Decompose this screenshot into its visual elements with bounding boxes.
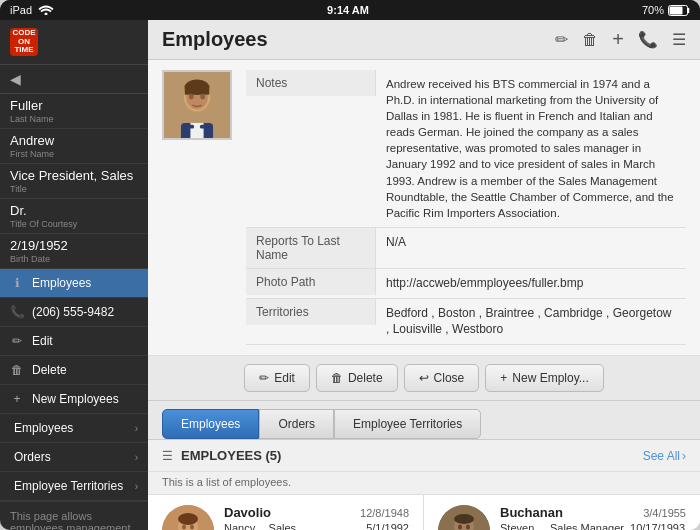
sidebar-nav-orders[interactable]: Orders › bbox=[0, 443, 148, 472]
nav-employees-label: Employees bbox=[14, 421, 73, 435]
new-btn-label: New Employ... bbox=[512, 371, 588, 385]
app-container: CODEONTIME ◀ Fuller Last Name Andrew Fir… bbox=[0, 20, 700, 530]
header-phone-icon[interactable]: 📞 bbox=[638, 30, 658, 49]
sidebar-item-edit[interactable]: ✏ Edit bbox=[0, 327, 148, 356]
header-edit-icon[interactable]: ✏ bbox=[555, 30, 568, 49]
header-menu-icon[interactable]: ☰ bbox=[672, 30, 686, 49]
employees-subtitle: This is a list of employees. bbox=[148, 472, 700, 495]
action-bar: ✏ Edit 🗑 Delete ↩ Close + New Employ... bbox=[148, 356, 700, 401]
davolio-photo bbox=[162, 505, 214, 530]
territories-value: Bedford , Boston , Braintree , Cambridge… bbox=[376, 299, 686, 345]
sidebar-title: Vice President, Sales Title bbox=[0, 164, 148, 199]
delete-button[interactable]: 🗑 Delete bbox=[316, 364, 398, 392]
page-title: Employees bbox=[162, 28, 268, 51]
sidebar-new-label: New Employees bbox=[32, 392, 119, 406]
firstname-label: First Name bbox=[10, 149, 138, 159]
lastname-value: Fuller bbox=[10, 98, 138, 113]
new-plus-icon: + bbox=[500, 371, 507, 385]
svg-point-0 bbox=[45, 13, 48, 16]
davolio-birthdate: 12/8/1948 bbox=[360, 507, 409, 519]
status-bar: iPad 9:14 AM 70% bbox=[0, 0, 700, 20]
tab-employees[interactable]: Employees bbox=[162, 409, 259, 439]
sidebar-firstname: Andrew First Name bbox=[0, 129, 148, 164]
new-employee-button[interactable]: + New Employ... bbox=[485, 364, 603, 392]
close-button[interactable]: ↩ Close bbox=[404, 364, 480, 392]
lastname-label: Last Name bbox=[10, 114, 138, 124]
logo-icon: CODEONTIME bbox=[10, 28, 38, 56]
sidebar-nav-employees[interactable]: Employees › bbox=[0, 414, 148, 443]
sidebar-birthdate: 2/19/1952 Birth Date bbox=[0, 234, 148, 269]
notes-value: Andrew received his BTS commercial in 19… bbox=[376, 70, 686, 227]
buchanan-title: Sales Manager bbox=[550, 522, 624, 530]
employee-card-buchanan[interactable]: Buchanan 3/4/1955 Steven First Name bbox=[424, 495, 700, 530]
svg-point-25 bbox=[466, 525, 470, 530]
sidebar-item-delete[interactable]: 🗑 Delete bbox=[0, 356, 148, 385]
sidebar-phone-label: (206) 555-9482 bbox=[32, 305, 114, 319]
sidebar-edit-label: Edit bbox=[32, 334, 53, 348]
notes-row: Notes Andrew received his BTS commercial… bbox=[246, 70, 686, 228]
buchanan-hire: 10/17/1993 bbox=[630, 522, 685, 530]
birthdate-label: Birth Date bbox=[10, 254, 138, 264]
undo-icon: ↩ bbox=[419, 371, 429, 385]
sidebar-logo: CODEONTIME bbox=[0, 20, 148, 65]
edit-btn-icon: ✏ bbox=[259, 371, 269, 385]
territories-row: Territories Bedford , Boston , Braintree… bbox=[246, 299, 686, 346]
list-icon: ☰ bbox=[162, 449, 173, 463]
phone-icon: 📞 bbox=[10, 305, 24, 319]
notes-label: Notes bbox=[246, 70, 376, 96]
buchanan-photo bbox=[438, 505, 490, 530]
davolio-avatar bbox=[162, 505, 214, 530]
sidebar-courtesy: Dr. Title Of Courtesy bbox=[0, 199, 148, 234]
status-left: iPad bbox=[10, 4, 54, 16]
sidebar-item-phone[interactable]: 📞 (206) 555-9482 bbox=[0, 298, 148, 327]
svg-rect-14 bbox=[200, 125, 209, 129]
nav-territories-label: Employee Territories bbox=[14, 479, 123, 493]
close-btn-label: Close bbox=[434, 371, 465, 385]
sidebar-footer: This page allows employees management. bbox=[0, 501, 148, 530]
see-all-chevron: › bbox=[682, 449, 686, 463]
edit-button[interactable]: ✏ Edit bbox=[244, 364, 310, 392]
svg-rect-13 bbox=[185, 125, 194, 129]
title-label: Title bbox=[10, 184, 138, 194]
sidebar-item-new[interactable]: + New Employees bbox=[0, 385, 148, 414]
avatar-image bbox=[164, 70, 230, 140]
davolio-hire: 5/1/1992 bbox=[366, 522, 409, 530]
davolio-title: Sales Representative bbox=[269, 522, 361, 530]
svg-point-24 bbox=[458, 525, 462, 530]
back-button[interactable]: ◀ bbox=[0, 65, 148, 94]
employee-card-davolio[interactable]: Davolio 12/8/1948 Nancy First Name bbox=[148, 495, 424, 530]
sidebar-item-employees-info[interactable]: ℹ Employees bbox=[0, 269, 148, 298]
see-all-link[interactable]: See All › bbox=[643, 449, 686, 463]
employee-avatar bbox=[162, 70, 232, 140]
svg-point-10 bbox=[200, 94, 205, 100]
photo-path-label: Photo Path bbox=[246, 269, 376, 295]
tab-orders[interactable]: Orders bbox=[259, 409, 334, 439]
edit-icon: ✏ bbox=[10, 334, 24, 348]
sidebar-nav-territories[interactable]: Employee Territories › bbox=[0, 472, 148, 501]
tabs-bar: Employees Orders Employee Territories bbox=[148, 401, 700, 440]
detail-top: Notes Andrew received his BTS commercial… bbox=[148, 60, 700, 356]
sidebar-delete-label: Delete bbox=[32, 363, 67, 377]
status-right: 70% bbox=[642, 4, 690, 16]
main-content: Employees ✏ 🗑 + 📞 ☰ bbox=[148, 20, 700, 530]
sidebar: CODEONTIME ◀ Fuller Last Name Andrew Fir… bbox=[0, 20, 148, 530]
employees-section: ☰ EMPLOYEES (5) See All › This is a list… bbox=[148, 440, 700, 530]
see-all-label: See All bbox=[643, 449, 680, 463]
title-value: Vice President, Sales bbox=[10, 168, 138, 183]
svg-point-19 bbox=[190, 525, 194, 530]
edit-btn-label: Edit bbox=[274, 371, 295, 385]
davolio-lastname: Davolio bbox=[224, 505, 271, 520]
sidebar-lastname: Fuller Last Name bbox=[0, 94, 148, 129]
detail-fields: Notes Andrew received his BTS commercial… bbox=[246, 70, 686, 345]
plus-icon: + bbox=[10, 392, 24, 406]
tab-territories[interactable]: Employee Territories bbox=[334, 409, 481, 439]
svg-point-17 bbox=[178, 513, 198, 525]
header-add-icon[interactable]: + bbox=[612, 28, 624, 51]
buchanan-birthdate: 3/4/1955 bbox=[643, 507, 686, 519]
reports-to-label: Reports To Last Name bbox=[246, 228, 376, 268]
svg-rect-8 bbox=[185, 85, 210, 94]
svg-point-23 bbox=[454, 514, 474, 524]
chevron-right-icon: › bbox=[135, 452, 138, 463]
header-delete-icon[interactable]: 🗑 bbox=[582, 31, 598, 49]
nav-orders-label: Orders bbox=[14, 450, 51, 464]
